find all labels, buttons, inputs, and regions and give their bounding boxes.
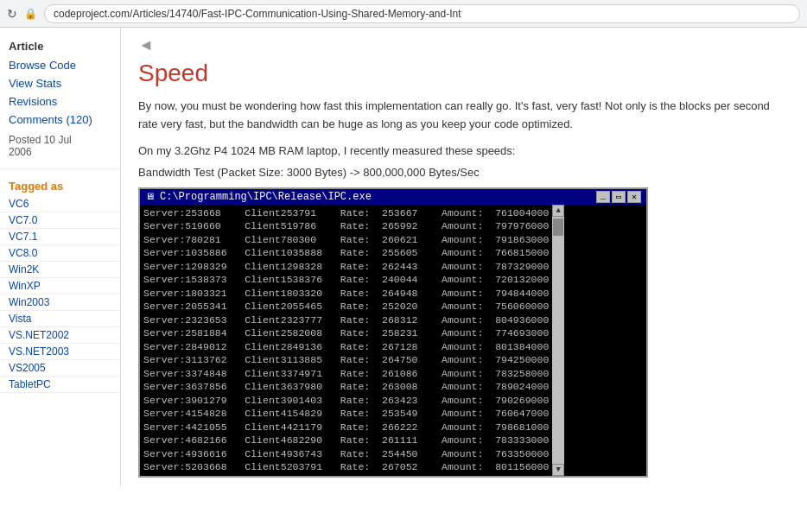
tag-vc80[interactable]: VC8.0 bbox=[0, 245, 120, 262]
intro-paragraph: By now, you must be wondering how fast t… bbox=[138, 98, 790, 134]
speed-line: On my 3.2Ghz P4 1024 MB RAM laptop, I re… bbox=[138, 144, 790, 157]
sidebar-posted: Posted 10 Jul 2006 bbox=[0, 129, 120, 163]
scrollbar-thumb[interactable] bbox=[553, 218, 563, 236]
tag-vc71[interactable]: VC7.1 bbox=[0, 229, 120, 245]
browser-bar: ↻ 🔒 bbox=[0, 0, 807, 28]
console-close-button[interactable]: ✕ bbox=[627, 191, 641, 203]
tag-win2k[interactable]: Win2K bbox=[0, 262, 120, 278]
tag-vc6[interactable]: VC6 bbox=[0, 196, 120, 212]
sidebar-section-title: Article bbox=[0, 35, 120, 56]
console-title: C:\Programming\IPC\Release\IPC.exe bbox=[160, 191, 372, 203]
sidebar-link-revisions[interactable]: Revisions bbox=[0, 92, 120, 111]
tag-vsnet2003[interactable]: VS.NET2003 bbox=[0, 344, 120, 360]
sidebar-link-view-stats[interactable]: View Stats bbox=[0, 74, 120, 92]
reload-icon[interactable]: ↻ bbox=[7, 7, 17, 21]
url-bar[interactable] bbox=[44, 4, 800, 23]
tag-winxp[interactable]: WinXP bbox=[0, 278, 120, 294]
console-buttons: _ ▭ ✕ bbox=[596, 191, 641, 203]
tag-vs2005[interactable]: VS2005 bbox=[0, 360, 120, 377]
main-content: ◄ Speed By now, you must be wondering ho… bbox=[121, 28, 807, 486]
console-body-area: Server:253668 Client253791 Rate: 253667 … bbox=[140, 205, 646, 476]
console-titlebar-left: 🖥 C:\Programming\IPC\Release\IPC.exe bbox=[145, 191, 372, 203]
console-output: Server:253668 Client253791 Rate: 253667 … bbox=[140, 205, 552, 476]
sidebar: Article Browse Code View Stats Revisions… bbox=[0, 28, 121, 486]
scrollbar-up[interactable]: ▲ bbox=[552, 205, 564, 217]
sidebar-link-browse-code[interactable]: Browse Code bbox=[0, 56, 120, 74]
scrollbar-down[interactable]: ▼ bbox=[552, 464, 564, 476]
page-title: Speed bbox=[138, 60, 790, 87]
back-arrow[interactable]: ◄ bbox=[138, 36, 154, 54]
console-minimize-button[interactable]: _ bbox=[596, 191, 610, 203]
tag-vista[interactable]: Vista bbox=[0, 311, 120, 327]
console-scrollbar[interactable]: ▲ ▼ bbox=[552, 205, 564, 476]
console-restore-button[interactable]: ▭ bbox=[612, 191, 626, 203]
console-window: 🖥 C:\Programming\IPC\Release\IPC.exe _ ▭… bbox=[138, 187, 648, 478]
console-titlebar: 🖥 C:\Programming\IPC\Release\IPC.exe _ ▭… bbox=[140, 189, 646, 205]
tag-win2003[interactable]: Win2003 bbox=[0, 294, 120, 311]
tag-vsnet2002[interactable]: VS.NET2002 bbox=[0, 327, 120, 344]
page-layout: Article Browse Code View Stats Revisions… bbox=[0, 28, 807, 486]
tag-tabletpc[interactable]: TabletPC bbox=[0, 377, 120, 393]
sidebar-link-comments[interactable]: Comments (120) bbox=[0, 111, 120, 129]
tag-vc70[interactable]: VC7.0 bbox=[0, 212, 120, 229]
bandwidth-line: Bandwidth Test (Packet Size: 3000 Bytes)… bbox=[138, 166, 790, 179]
lock-icon: 🔒 bbox=[24, 8, 37, 20]
sidebar-divider bbox=[0, 168, 120, 169]
console-icon: 🖥 bbox=[145, 191, 155, 202]
tagged-as-title: Tagged as bbox=[0, 174, 120, 196]
